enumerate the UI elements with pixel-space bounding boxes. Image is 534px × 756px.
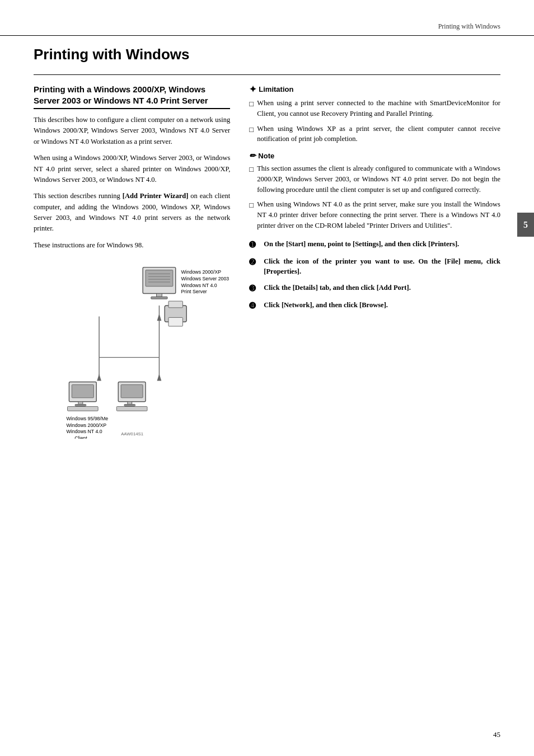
svg-marker-19 bbox=[157, 314, 162, 321]
note-item-2: □ When using Windows NT 4.0 as the print… bbox=[249, 199, 500, 231]
limitation-text-1: When using a print server connected to t… bbox=[257, 98, 500, 119]
note-heading-text: Note bbox=[258, 152, 274, 160]
two-col-layout: Printing with a Windows 2000/XP, Windows… bbox=[0, 84, 534, 439]
svg-rect-13 bbox=[168, 301, 182, 308]
step-4-text: Click [Network], and then click [Browse]… bbox=[264, 300, 500, 312]
page-header: Printing with Windows bbox=[0, 22, 534, 36]
body-para-2: When using a Windows 2000/XP, Windows Se… bbox=[34, 153, 230, 185]
svg-rect-31 bbox=[128, 402, 132, 405]
limitation-icon: ✦ bbox=[249, 84, 256, 95]
svg-rect-14 bbox=[168, 318, 182, 327]
page-container: Printing with Windows 5 Printing with Wi… bbox=[0, 0, 534, 756]
step-3: ➌ Click the [Details] tab, and then clic… bbox=[249, 283, 500, 294]
svg-text:Windows Server 2003: Windows Server 2003 bbox=[181, 276, 229, 281]
checkbox-icon-2: □ bbox=[249, 124, 254, 145]
svg-text:Windows 2000/XP: Windows 2000/XP bbox=[67, 422, 107, 428]
note-heading: ✏ Note bbox=[249, 151, 500, 160]
checkbox-icon-1: □ bbox=[249, 98, 254, 119]
chapter-tab: 5 bbox=[517, 213, 534, 237]
main-title: Printing with Windows bbox=[34, 46, 500, 63]
limitation-heading-text: Limitation bbox=[259, 85, 293, 93]
step-4: ➍ Click [Network], and then click [Brows… bbox=[249, 300, 500, 312]
svg-rect-1 bbox=[146, 270, 173, 287]
limitation-heading: ✦ Limitation bbox=[249, 84, 500, 95]
page-number: 45 bbox=[493, 730, 500, 739]
svg-rect-26 bbox=[78, 402, 83, 405]
svg-text:AAW014S1: AAW014S1 bbox=[121, 431, 143, 436]
header-text: Printing with Windows bbox=[438, 22, 500, 30]
note-icon: ✏ bbox=[249, 151, 256, 160]
step-2: ➋ Click the icon of the printer you want… bbox=[249, 256, 500, 278]
svg-rect-33 bbox=[116, 407, 147, 411]
section-heading: Printing with a Windows 2000/XP, Windows… bbox=[34, 84, 230, 109]
note-text-2: When using Windows NT 4.0 as the print s… bbox=[257, 199, 500, 231]
checkbox-icon-4: □ bbox=[249, 200, 254, 231]
body-para-1: This describes how to configure a client… bbox=[34, 115, 230, 147]
left-column: Printing with a Windows 2000/XP, Windows… bbox=[34, 84, 243, 439]
svg-rect-6 bbox=[157, 294, 162, 297]
step-2-number: ➋ bbox=[249, 256, 259, 278]
network-diagram: Windows 2000/XP Windows Server 2003 Wind… bbox=[34, 260, 230, 439]
step-2-text: Click the icon of the printer you want t… bbox=[264, 256, 500, 278]
diagram-svg: Windows 2000/XP Windows Server 2003 Wind… bbox=[34, 260, 230, 439]
limitation-item-2: □ When using Windows XP as a print serve… bbox=[249, 124, 500, 145]
body-para-3: This section describes running [Add Prin… bbox=[34, 191, 230, 234]
svg-rect-27 bbox=[75, 405, 86, 406]
limitation-item-1: □ When using a print server connected to… bbox=[249, 98, 500, 119]
limitation-section: ✦ Limitation □ When using a print server… bbox=[249, 84, 500, 144]
step-1: ➊ On the [Start] menu, point to [Setting… bbox=[249, 239, 500, 251]
svg-text:Print Server: Print Server bbox=[181, 289, 207, 295]
svg-rect-30 bbox=[121, 385, 143, 398]
svg-rect-7 bbox=[151, 297, 167, 299]
step-1-text: On the [Start] menu, point to [Settings]… bbox=[264, 239, 500, 251]
page-footer: 45 bbox=[493, 730, 500, 739]
step-4-number: ➍ bbox=[249, 300, 259, 312]
right-column: ✦ Limitation □ When using a print server… bbox=[243, 84, 500, 439]
checkbox-icon-3: □ bbox=[249, 164, 254, 195]
body-para-4: These instructions are for Windows 98. bbox=[34, 240, 230, 251]
main-title-section: Printing with Windows bbox=[0, 36, 534, 63]
svg-text:Windows NT 4.0: Windows NT 4.0 bbox=[181, 283, 217, 288]
svg-marker-23 bbox=[157, 374, 162, 381]
step-3-text: Click the [Details] tab, and then click … bbox=[264, 283, 500, 294]
title-rule bbox=[34, 74, 500, 75]
steps-section: ➊ On the [Start] menu, point to [Setting… bbox=[249, 239, 500, 312]
limitation-text-2: When using Windows XP as a print server,… bbox=[257, 124, 500, 145]
step-3-number: ➌ bbox=[249, 283, 259, 294]
svg-text:Windows NT 4.0: Windows NT 4.0 bbox=[67, 429, 102, 434]
note-text-1: This section assumes the client is alrea… bbox=[257, 163, 500, 195]
svg-text:Windows 95/98/Me: Windows 95/98/Me bbox=[67, 416, 109, 421]
svg-text:Windows 2000/XP: Windows 2000/XP bbox=[181, 269, 221, 275]
svg-rect-25 bbox=[72, 385, 93, 398]
note-item-1: □ This section assumes the client is alr… bbox=[249, 163, 500, 195]
step-1-number: ➊ bbox=[249, 239, 259, 251]
svg-marker-21 bbox=[97, 374, 101, 381]
note-section: ✏ Note □ This section assumes the client… bbox=[249, 151, 500, 231]
svg-text:Client: Client bbox=[74, 435, 87, 439]
svg-rect-32 bbox=[124, 405, 135, 406]
svg-rect-28 bbox=[68, 407, 99, 411]
